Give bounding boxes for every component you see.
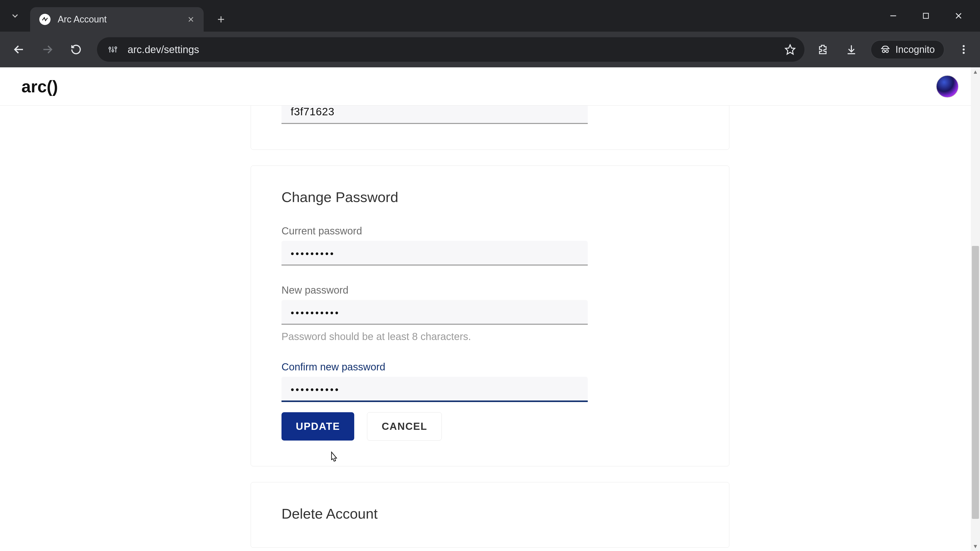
settings-column: Username f3f71623 Change Password Curren… bbox=[251, 106, 729, 548]
nav-back-button[interactable] bbox=[7, 38, 30, 61]
chevron-down-icon bbox=[7, 8, 23, 24]
svg-point-20 bbox=[882, 50, 885, 52]
confirm-password-block: Confirm new password •••••••••• bbox=[282, 361, 698, 402]
vertical-scrollbar[interactable]: ▲ ▼ bbox=[971, 67, 980, 551]
tab-favicon-icon bbox=[39, 14, 51, 25]
scrollbar-up-icon[interactable]: ▲ bbox=[971, 67, 980, 76]
url-text: arc.dev/settings bbox=[127, 44, 199, 56]
browser-toolbar: arc.dev/settings Incognito bbox=[0, 32, 980, 67]
page-viewport: arc() Username f3f71623 Change Password … bbox=[0, 67, 980, 551]
incognito-label: Incognito bbox=[896, 44, 935, 55]
incognito-indicator[interactable]: Incognito bbox=[871, 40, 944, 59]
password-buttons: UPDATE CANCEL bbox=[282, 412, 698, 441]
change-password-title: Change Password bbox=[282, 189, 698, 205]
extensions-button[interactable] bbox=[814, 40, 832, 59]
svg-point-15 bbox=[115, 47, 117, 49]
bookmark-button[interactable] bbox=[784, 44, 796, 55]
avatar[interactable] bbox=[936, 75, 959, 98]
confirm-password-label: Confirm new password bbox=[282, 361, 698, 373]
cancel-button[interactable]: CANCEL bbox=[367, 412, 442, 441]
current-password-block: Current password ••••••••• bbox=[282, 225, 698, 265]
window-minimize-button[interactable] bbox=[884, 6, 902, 25]
new-password-input[interactable]: •••••••••• bbox=[282, 300, 588, 325]
update-button[interactable]: UPDATE bbox=[282, 412, 354, 441]
nav-forward-button[interactable] bbox=[36, 38, 59, 61]
change-password-card: Change Password Current password •••••••… bbox=[251, 165, 729, 466]
new-password-block: New password •••••••••• Password should … bbox=[282, 284, 698, 342]
confirm-password-input[interactable]: •••••••••• bbox=[282, 377, 588, 402]
svg-rect-5 bbox=[923, 13, 928, 18]
username-input[interactable]: f3f71623 bbox=[282, 106, 588, 124]
browser-chrome: Arc Account bbox=[0, 0, 980, 67]
delete-account-card: Delete Account bbox=[251, 482, 729, 548]
site-settings-icon[interactable] bbox=[106, 42, 120, 57]
incognito-icon bbox=[880, 44, 891, 55]
browser-menu-button[interactable] bbox=[955, 40, 973, 59]
brand-logo[interactable]: arc() bbox=[21, 77, 58, 96]
scrollbar-thumb[interactable] bbox=[972, 246, 979, 519]
content-area: Username f3f71623 Change Password Curren… bbox=[0, 106, 980, 551]
toolbar-right: Incognito bbox=[814, 40, 973, 59]
delete-account-title: Delete Account bbox=[282, 505, 698, 522]
svg-point-25 bbox=[963, 52, 965, 54]
site-header: arc() bbox=[0, 67, 980, 106]
svg-point-23 bbox=[963, 45, 965, 47]
tab-close-button[interactable] bbox=[185, 14, 197, 25]
scrollbar-down-icon[interactable]: ▼ bbox=[971, 542, 980, 551]
svg-point-21 bbox=[886, 50, 888, 52]
downloads-button[interactable] bbox=[842, 40, 861, 59]
tab-title: Arc Account bbox=[58, 14, 107, 25]
tab-strip: Arc Account bbox=[0, 0, 980, 32]
current-password-label: Current password bbox=[282, 225, 698, 237]
new-password-label: New password bbox=[282, 284, 698, 296]
browser-tab[interactable]: Arc Account bbox=[30, 7, 204, 32]
window-maximize-button[interactable] bbox=[917, 6, 935, 25]
svg-point-13 bbox=[109, 47, 111, 49]
svg-marker-16 bbox=[785, 45, 795, 54]
window-close-button[interactable] bbox=[950, 6, 968, 25]
new-tab-button[interactable] bbox=[211, 9, 231, 30]
window-controls bbox=[884, 6, 980, 25]
address-bar[interactable]: arc.dev/settings bbox=[97, 37, 804, 62]
current-password-input[interactable]: ••••••••• bbox=[282, 241, 588, 265]
username-card: Username f3f71623 bbox=[251, 106, 729, 150]
svg-point-24 bbox=[963, 48, 965, 51]
nav-reload-button[interactable] bbox=[64, 38, 88, 61]
password-hint: Password should be at least 8 characters… bbox=[282, 331, 698, 342]
tab-search-dropdown[interactable] bbox=[0, 0, 30, 32]
svg-point-14 bbox=[112, 50, 114, 52]
